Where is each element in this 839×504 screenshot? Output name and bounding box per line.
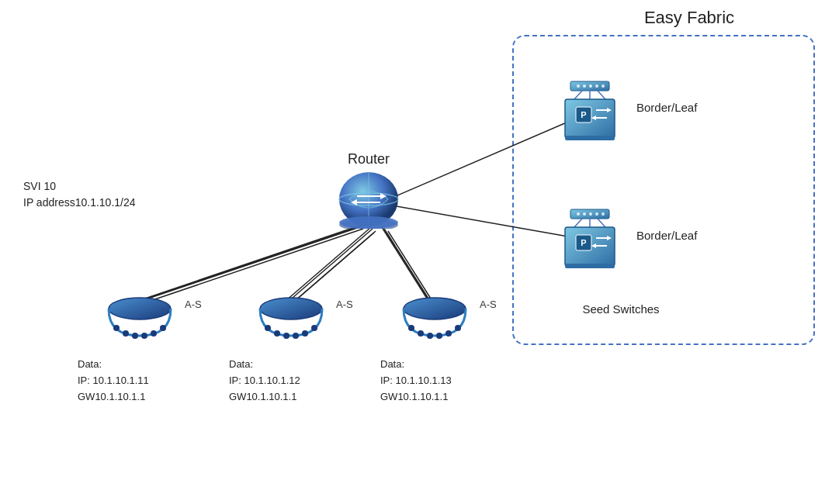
svg-point-58 [113, 325, 120, 331]
access-switch-1 [101, 293, 179, 340]
svg-text:P: P [581, 110, 586, 119]
router-label: Router [338, 151, 400, 167]
border-leaf-label-2: Border/Leaf [636, 229, 697, 242]
svg-point-62 [151, 330, 157, 337]
as-label-1: A-S [185, 299, 202, 310]
data-label-2-line3: GW10.1.10.1.1 [229, 389, 300, 406]
border-leaf-switch-icon-1: P [559, 78, 621, 147]
svg-point-67 [283, 333, 289, 339]
as-label-2: A-S [336, 299, 353, 310]
svg-line-9 [132, 226, 362, 304]
svg-point-74 [427, 333, 433, 339]
data-label-2-line1: Data: [229, 357, 300, 373]
svg-point-59 [123, 330, 129, 337]
svg-line-31 [598, 91, 605, 99]
svg-point-65 [265, 325, 271, 331]
svg-line-12 [382, 227, 428, 301]
svg-point-71 [404, 298, 466, 319]
svg-point-69 [302, 330, 308, 337]
svg-point-43 [589, 212, 592, 216]
data-label-1-line1: Data: [78, 357, 149, 373]
router-icon [334, 167, 404, 229]
svg-point-70 [311, 325, 317, 331]
seed-switches-label: Seed Switches [559, 302, 683, 316]
svg-point-28 [602, 85, 605, 88]
svg-line-8 [138, 223, 366, 301]
data-label-3: Data: IP: 10.1.10.1.13 GW10.1.10.1.1 [380, 357, 452, 405]
svg-point-42 [583, 212, 586, 216]
svg-point-72 [408, 325, 414, 331]
data-label-1-line2: IP: 10.1.10.1.11 [78, 373, 149, 389]
svg-point-66 [274, 330, 280, 337]
border-leaf-label-1: Border/Leaf [636, 101, 697, 114]
svg-point-27 [595, 85, 598, 88]
svg-point-68 [293, 333, 299, 339]
as-label-3: A-S [480, 299, 497, 310]
data-label-3-line3: GW10.1.10.1.1 [380, 389, 452, 406]
svg-point-77 [455, 325, 461, 331]
data-label-3-line1: Data: [380, 357, 452, 373]
svi-text: SVI 10 IP address10.1.10.1/24 [23, 178, 136, 211]
svg-line-4 [287, 229, 373, 302]
data-label-1: Data: IP: 10.1.10.1.11 GW10.1.10.1.1 [78, 357, 149, 405]
svg-text:P: P [581, 238, 586, 247]
svg-line-29 [574, 91, 582, 99]
svg-point-24 [577, 85, 580, 88]
svg-point-64 [260, 298, 322, 319]
svg-line-48 [598, 219, 605, 227]
svi-line2: IP address10.1.10.1/24 [23, 195, 136, 211]
data-label-2-line2: IP: 10.1.10.1.12 [229, 373, 300, 389]
svg-rect-39 [565, 136, 615, 140]
svg-line-6 [384, 229, 431, 302]
svg-line-10 [286, 227, 371, 301]
easy-fabric-label: Easy Fabric [612, 8, 767, 28]
svg-point-25 [583, 85, 586, 88]
svg-point-22 [339, 216, 398, 229]
border-leaf-switch-icon-2: P [559, 205, 621, 275]
svg-point-60 [132, 333, 138, 339]
svg-line-46 [574, 219, 582, 227]
svg-point-41 [577, 212, 580, 216]
svi-line1: SVI 10 [23, 178, 136, 195]
svg-line-2 [136, 225, 365, 302]
svg-point-76 [446, 330, 452, 337]
diagram-container: Easy Fabric [0, 0, 839, 504]
svg-point-63 [160, 325, 166, 331]
svg-point-57 [109, 298, 171, 319]
svg-point-61 [141, 333, 147, 339]
svg-point-73 [418, 330, 424, 337]
svg-point-26 [589, 85, 592, 88]
data-label-2: Data: IP: 10.1.10.1.12 GW10.1.10.1.1 [229, 357, 300, 405]
data-label-3-line2: IP: 10.1.10.1.13 [380, 373, 452, 389]
access-switch-2 [252, 293, 330, 340]
data-label-1-line3: GW10.1.10.1.1 [78, 389, 149, 406]
easy-fabric-box [512, 35, 815, 345]
svg-point-45 [602, 212, 605, 216]
svg-point-44 [595, 212, 598, 216]
svg-point-75 [436, 333, 442, 339]
access-switch-3 [396, 293, 473, 340]
svg-rect-56 [565, 264, 615, 268]
